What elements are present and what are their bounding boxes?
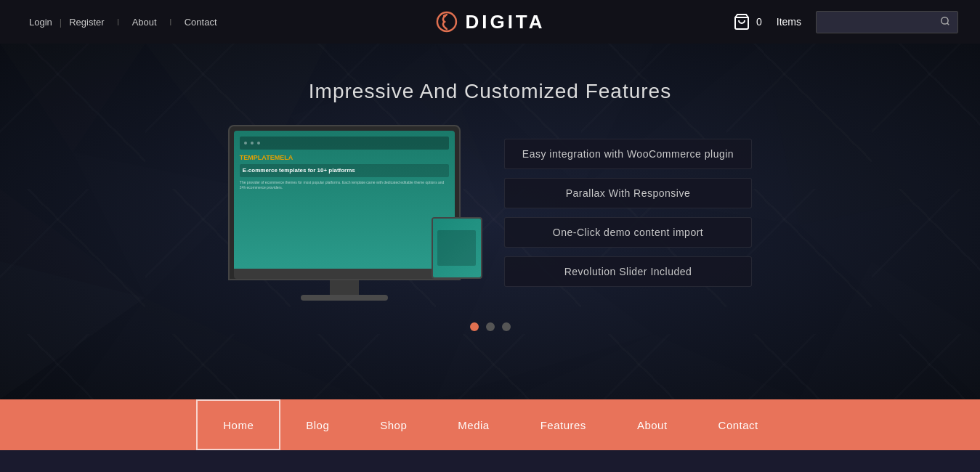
bottom-nav-contact[interactable]: Contact [693,399,784,450]
bottom-nav-blog[interactable]: Blog [280,399,355,450]
search-box[interactable] [816,11,958,33]
bottom-navigation: Home Blog Shop Media Features About Cont… [0,399,980,450]
monitor-bezel-bottom [234,269,455,279]
search-icon [940,16,950,26]
bottom-nav-about[interactable]: About [612,399,693,450]
contact-link-top[interactable]: Contact [177,17,224,28]
monitor-body: TEMPLATEMELA E-commerce templates for 10… [228,125,461,280]
sep-3: I [164,17,177,28]
feature-badge-3: Revolution Slider Included [504,256,752,287]
screen-nav-dot-2 [251,142,254,145]
about-link-top[interactable]: About [125,17,164,28]
slider-dot-2[interactable] [486,322,495,331]
search-button[interactable] [933,12,957,33]
slider-dots [470,322,511,346]
bottom-nav-home[interactable]: Home [196,399,280,450]
phone-device [432,217,482,279]
screen-brand-prefix: TEMPLATE [240,154,275,161]
screen-nav-dot-1 [244,142,247,145]
cart-icon [733,13,750,30]
register-link[interactable]: Register [62,17,111,28]
bottom-nav-features[interactable]: Features [515,399,612,450]
monitor-neck [330,280,359,295]
logo[interactable]: DIGITA [434,10,545,33]
search-input[interactable] [817,12,933,32]
screen-nav-dot-3 [257,142,260,145]
hero-content: TEMPLATEMELA E-commerce templates for 10… [91,125,890,301]
bottom-nav-shop[interactable]: Shop [355,399,432,450]
top-nav-links: Login | Register I About I Contact [22,17,224,28]
screen-nav-bar [240,137,449,150]
monitor: TEMPLATEMELA E-commerce templates for 10… [228,125,461,301]
sep-2: I [112,17,125,28]
svg-line-4 [947,23,949,25]
feature-badge-1: Parallax With Responsive [504,178,752,208]
phone-screen [433,219,481,277]
slider-dot-3[interactable] [502,322,511,331]
hero-title: Impressive And Customized Features [309,80,671,103]
bottom-nav-media[interactable]: Media [432,399,514,450]
monitor-display: TEMPLATEMELA E-commerce templates for 10… [228,125,461,301]
phone-screen-content [437,230,476,266]
top-navigation: Login | Register I About I Contact DIGIT… [0,0,980,44]
feature-badge-2: One-Click demo content import [504,217,752,248]
cart-area[interactable]: 0 Items [733,13,801,30]
logo-icon [434,10,458,33]
top-nav-right: 0 Items [733,11,958,33]
svg-point-3 [941,17,948,23]
monitor-base [301,295,388,301]
screen-brand-suffix: MELA [275,154,293,161]
monitor-screen: TEMPLATEMELA E-commerce templates for 10… [234,131,455,269]
screen-content: TEMPLATEMELA E-commerce templates for 10… [234,131,455,269]
hero-section: Impressive And Customized Features [0,44,980,399]
screen-body-text: The provider of ecommerce themes for mos… [240,180,449,190]
svg-point-1 [442,15,445,17]
slider-dot-1[interactable] [470,322,479,331]
screen-heading: E-commerce templates for 10+ platforms [240,164,449,177]
feature-badges-container: Easy integration with WooCommerce plugin… [504,139,752,287]
screen-brand: TEMPLATEMELA [240,154,449,161]
logo-text: DIGITA [465,11,545,33]
login-link[interactable]: Login [22,17,60,28]
feature-badge-0: Easy integration with WooCommerce plugin [504,139,752,169]
cart-label: Items [777,16,801,28]
cart-count: 0 [756,16,762,28]
